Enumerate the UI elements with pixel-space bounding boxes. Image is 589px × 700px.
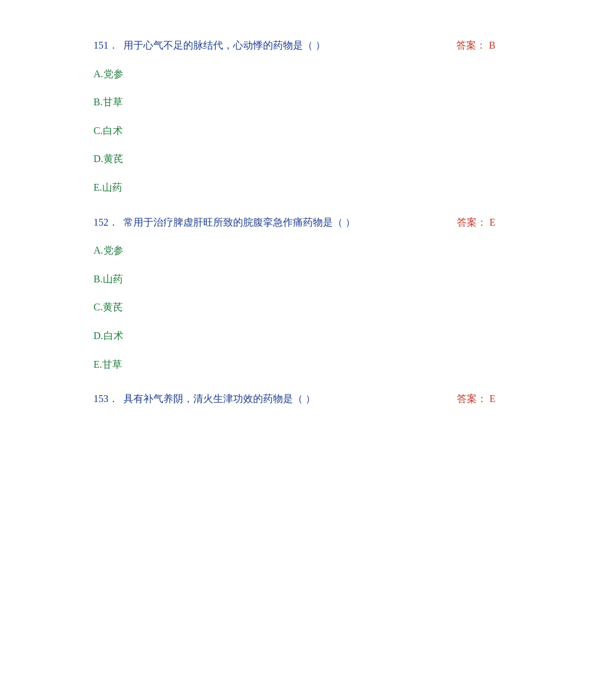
question-number-1: 151． bbox=[93, 37, 118, 54]
option-1-1: A.党参 bbox=[93, 66, 496, 82]
question-number-3: 153． bbox=[93, 391, 118, 407]
option-1-3: C.白术 bbox=[93, 123, 496, 139]
option-1-2: B.甘草 bbox=[93, 94, 496, 110]
question-block-3: 153．具有补气养阴，清火生津功效的药物是（ ）答案： E bbox=[93, 391, 496, 407]
question-number-2: 152． bbox=[93, 214, 118, 231]
answer-label-3: 答案： E bbox=[457, 391, 496, 407]
option-1-5: E.山药 bbox=[93, 180, 496, 196]
answer-label-2: 答案： E bbox=[457, 214, 496, 231]
question-title-1: 151．用于心气不足的脉结代，心动悸的药物是（ ）答案： B bbox=[93, 37, 496, 54]
question-title-3: 153．具有补气养阴，清火生津功效的药物是（ ）答案： E bbox=[93, 391, 496, 407]
option-2-5: E.甘草 bbox=[93, 357, 496, 373]
question-block-2: 152．常用于治疗脾虚肝旺所致的脘腹挛急作痛药物是（ ）答案： EA.党参B.山… bbox=[93, 214, 496, 373]
option-1-4: D.黄芪 bbox=[93, 151, 496, 167]
question-title-2: 152．常用于治疗脾虚肝旺所致的脘腹挛急作痛药物是（ ）答案： E bbox=[93, 214, 496, 231]
page-content: 151．用于心气不足的脉结代，心动悸的药物是（ ）答案： BA.党参B.甘草C.… bbox=[93, 37, 496, 407]
question-block-1: 151．用于心气不足的脉结代，心动悸的药物是（ ）答案： BA.党参B.甘草C.… bbox=[93, 37, 496, 196]
answer-label-1: 答案： B bbox=[456, 37, 496, 54]
option-2-4: D.白术 bbox=[93, 328, 496, 344]
question-text-3: 具有补气养阴，清火生津功效的药物是（ ） bbox=[123, 391, 439, 407]
option-2-1: A.党参 bbox=[93, 242, 496, 259]
question-text-2: 常用于治疗脾虚肝旺所致的脘腹挛急作痛药物是（ ） bbox=[123, 214, 439, 231]
option-2-2: B.山药 bbox=[93, 271, 496, 287]
question-text-1: 用于心气不足的脉结代，心动悸的药物是（ ） bbox=[123, 37, 439, 54]
option-2-3: C.黄芪 bbox=[93, 299, 496, 315]
